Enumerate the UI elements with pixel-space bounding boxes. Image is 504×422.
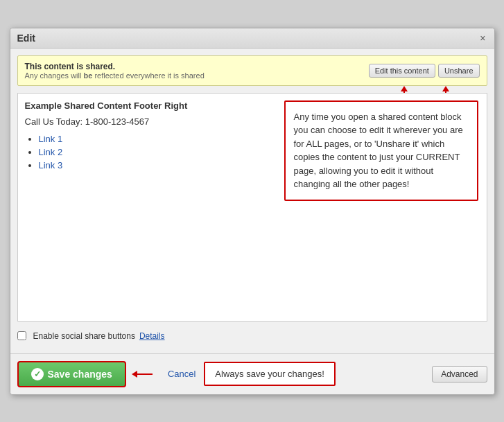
subtitle-bold: be xyxy=(84,71,93,80)
edit-this-content-button[interactable]: Edit this content xyxy=(369,64,435,78)
content-area: Example Shared Content Footer Right Call… xyxy=(17,93,487,322)
link-3[interactable]: Link 3 xyxy=(39,160,63,170)
dialog-titlebar: Edit × xyxy=(10,28,494,49)
dialog-footer: ✓ Save changes Cancel Always save your c… xyxy=(10,353,494,394)
main-tooltip-text: Any time you open a shared content block… xyxy=(294,112,463,190)
shared-notice-text: This content is shared. Any changes will… xyxy=(25,62,205,80)
advanced-button[interactable]: Advanced xyxy=(432,366,487,383)
save-checkmark: ✓ xyxy=(34,369,41,379)
shared-notice-title: This content is shared. xyxy=(25,62,205,71)
svg-marker-1 xyxy=(401,86,408,91)
footer-checkbox-area: Enable social share buttons Details xyxy=(17,328,487,346)
link-2[interactable]: Link 2 xyxy=(39,147,63,157)
social-share-label: Enable social share buttons xyxy=(33,331,135,341)
unshare-button[interactable]: Unshare xyxy=(438,64,480,78)
save-label: Save changes xyxy=(48,369,112,380)
cancel-button[interactable]: Cancel xyxy=(165,367,198,380)
subtitle-pre: Any changes will xyxy=(25,71,84,80)
main-tooltip-box: Any time you open a shared content block… xyxy=(284,100,478,201)
save-arrow-svg xyxy=(132,364,159,385)
shared-notice-bar: This content is shared. Any changes will… xyxy=(17,55,487,86)
save-changes-button[interactable]: ✓ Save changes xyxy=(17,361,126,387)
svg-marker-5 xyxy=(132,371,137,378)
save-icon: ✓ xyxy=(31,368,44,380)
dialog-body: This content is shared. Any changes will… xyxy=(10,49,494,353)
social-share-checkbox[interactable] xyxy=(17,331,26,340)
link-1[interactable]: Link 1 xyxy=(39,134,63,144)
shared-notice-buttons: Edit this content Unshare xyxy=(369,64,480,78)
shared-notice-subtitle: Any changes will be reflected everywhere… xyxy=(25,71,205,80)
dialog-title: Edit xyxy=(17,33,35,44)
subtitle-post: reflected everywhere it is shared xyxy=(92,71,204,80)
edit-dialog: Edit × This content is shared. Any chang… xyxy=(10,28,495,395)
footer-tooltip: Always save your changes! xyxy=(204,362,336,386)
footer-tooltip-text: Always save your changes! xyxy=(215,369,324,379)
details-link[interactable]: Details xyxy=(139,331,165,341)
svg-marker-3 xyxy=(442,86,449,91)
close-button[interactable]: × xyxy=(478,33,487,44)
